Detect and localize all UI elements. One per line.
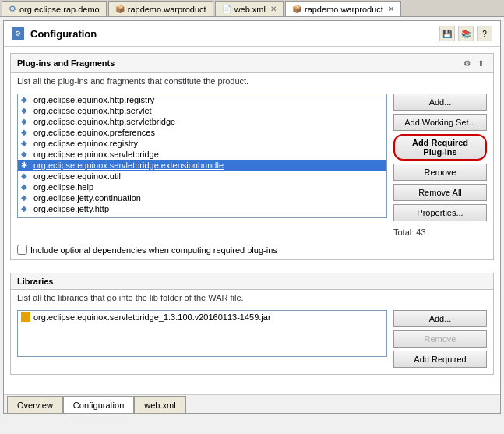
tab-warproduct-1-icon: 📦	[115, 5, 125, 13]
tab-warproduct-1-label: rapdemo.warproduct	[128, 5, 206, 14]
plugin-name: org.eclipse.equinox.util	[33, 171, 121, 181]
libraries-section-title: Libraries	[11, 273, 493, 290]
plugin-icon: ◆	[21, 150, 30, 159]
add-working-set-button[interactable]: Add Working Set...	[393, 114, 487, 131]
plugin-name: org.eclipse.equinox.preferences	[33, 128, 155, 137]
jar-icon	[21, 312, 30, 322]
add-required-library-button[interactable]: Add Required	[393, 351, 487, 368]
plugin-error-icon: ✱	[21, 161, 30, 170]
plugin-name: org.eclipse.equinox.http.servletbridge	[33, 117, 175, 126]
tab-webxml-close[interactable]: ✕	[270, 5, 277, 13]
plugin-icon: ◆	[21, 117, 30, 126]
plugin-name: org.eclipse.equinox.servletbridge	[33, 150, 159, 159]
configuration-icon: ⚙	[12, 27, 24, 40]
remove-plugin-button[interactable]: Remove	[393, 164, 487, 181]
list-item[interactable]: ◆ org.eclipse.equinox.http.servletbridge	[18, 116, 386, 127]
tab-eclipse-demo[interactable]: ⚙ org.eclipse.rap.demo	[2, 1, 107, 16]
tab-webxml-icon: 📄	[222, 5, 231, 13]
plugin-icon: ◆	[21, 95, 30, 104]
page-header: ⚙ Configuration 💾 📚 ?	[4, 21, 500, 47]
plugin-name: org.eclipse.jetty.continuation	[33, 193, 141, 203]
tab-warproduct-2[interactable]: 📦 rapdemo.warproduct ✕	[285, 1, 401, 16]
plugins-icon-2[interactable]: ⬆	[474, 57, 487, 69]
libraries-buttons-col: Add... Remove Add Required	[393, 310, 487, 368]
library-name: org.eclipse.equinox.servletbridge_1.3.10…	[33, 312, 271, 322]
add-required-plugins-button[interactable]: Add Required Plug-ins	[393, 134, 487, 161]
libraries-list-container[interactable]: org.eclipse.equinox.servletbridge_1.3.10…	[17, 310, 387, 357]
optional-deps-label: Include optional dependencies when compu…	[30, 245, 277, 255]
bottom-tab-configuration[interactable]: Configuration	[63, 396, 134, 413]
list-item[interactable]: org.eclipse.equinox.servletbridge_1.3.10…	[18, 311, 386, 323]
plugin-icon: ◆	[21, 204, 30, 213]
tab-webxml[interactable]: 📄 web.xml ✕	[215, 1, 284, 16]
plugin-icon: ◆	[21, 106, 30, 115]
optional-deps-checkbox[interactable]	[17, 245, 27, 255]
tab-eclipse-demo-icon: ⚙	[9, 4, 16, 14]
libraries-list: org.eclipse.equinox.servletbridge_1.3.10…	[18, 311, 386, 323]
plugin-name: org.eclipse.equinox.http.servlet	[33, 106, 152, 115]
plugin-name: org.eclipse.jetty.http	[33, 204, 109, 213]
list-item[interactable]: ◆ org.eclipse.jetty.continuation	[18, 192, 386, 203]
plugin-name: org.eclipse.help	[33, 182, 93, 192]
plugin-name: org.eclipse.equinox.servletbridge.extens…	[33, 161, 224, 170]
plugins-section-icons: ⚙ ⬆	[460, 57, 487, 69]
spacer	[4, 381, 500, 394]
list-item[interactable]: ◆ org.eclipse.equinox.registry	[18, 138, 386, 149]
add-plugin-button[interactable]: Add...	[393, 94, 487, 111]
save-all-button[interactable]: 📚	[458, 26, 474, 41]
tab-bar: ⚙ org.eclipse.rap.demo 📦 rapdemo.warprod…	[0, 0, 504, 17]
plugins-list-container[interactable]: ◆ org.eclipse.equinox.http.registry ◆ or…	[17, 94, 387, 218]
plugins-section-title: Plug-ins and Fragments ⚙ ⬆	[11, 54, 493, 73]
list-item[interactable]: ◆ org.eclipse.equinox.http.registry	[18, 94, 386, 105]
plugins-list: ◆ org.eclipse.equinox.http.registry ◆ or…	[18, 94, 386, 214]
save-button[interactable]: 💾	[439, 26, 455, 41]
list-item[interactable]: ◆ org.eclipse.jetty.http	[18, 203, 386, 214]
remove-library-button[interactable]: Remove	[393, 330, 487, 348]
bottom-tab-overview[interactable]: Overview	[7, 396, 63, 413]
list-item[interactable]: ◆ org.eclipse.equinox.preferences	[18, 127, 386, 138]
tab-warproduct-2-icon: 📦	[292, 5, 301, 13]
bottom-tab-webxml[interactable]: web.xml	[134, 396, 185, 413]
list-item[interactable]: ◆ org.eclipse.help	[18, 182, 386, 192]
optional-deps-row: Include optional dependencies when compu…	[11, 243, 493, 259]
plugins-buttons-col: Add... Add Working Set... Add Required P…	[393, 94, 487, 237]
libraries-section: Libraries List all the libraries that go…	[10, 273, 494, 375]
tab-warproduct-1[interactable]: 📦 rapdemo.warproduct	[108, 1, 213, 16]
plugins-section-desc: List all the plug-ins and fragments that…	[11, 73, 493, 90]
plugin-name: org.eclipse.equinox.registry	[33, 139, 138, 148]
help-button[interactable]: ?	[477, 26, 492, 41]
bottom-tab-overview-label: Overview	[17, 400, 53, 410]
header-icons: 💾 📚 ?	[439, 26, 492, 41]
add-library-button[interactable]: Add...	[393, 310, 487, 327]
list-item-selected[interactable]: ✱ org.eclipse.equinox.servletbridge.exte…	[18, 160, 386, 171]
tab-warproduct-2-close[interactable]: ✕	[388, 5, 394, 13]
libraries-body: org.eclipse.equinox.servletbridge_1.3.10…	[11, 307, 493, 374]
plugins-body: ◆ org.eclipse.equinox.http.registry ◆ or…	[11, 90, 493, 243]
plugins-section-title-text: Plug-ins and Fragments	[17, 58, 115, 68]
list-item[interactable]: ◆ org.eclipse.equinox.servletbridge	[18, 149, 386, 160]
libraries-section-title-text: Libraries	[17, 277, 53, 286]
plugin-name: org.eclipse.equinox.http.registry	[33, 95, 154, 104]
page-title: Configuration	[30, 28, 439, 40]
plugins-section: Plug-ins and Fragments ⚙ ⬆ List all the …	[10, 53, 494, 260]
libraries-section-desc: List all the libraries that go into the …	[11, 290, 493, 307]
bottom-tab-bar: Overview Configuration web.xml	[4, 394, 500, 413]
plugin-icon: ◆	[21, 182, 30, 192]
bottom-tab-configuration-label: Configuration	[73, 400, 124, 410]
plugin-icon: ◆	[21, 139, 30, 148]
plugin-icon: ◆	[21, 193, 30, 203]
tab-warproduct-2-label: rapdemo.warproduct	[305, 5, 383, 14]
plugin-icon: ◆	[21, 171, 30, 181]
properties-button[interactable]: Properties...	[393, 204, 487, 221]
tab-webxml-label: web.xml	[234, 5, 266, 14]
bottom-tab-webxml-label: web.xml	[144, 400, 175, 410]
plugin-icon: ◆	[21, 128, 30, 137]
list-item[interactable]: ◆ org.eclipse.equinox.util	[18, 171, 386, 182]
main-content: ⚙ Configuration 💾 📚 ? Plug-ins and Fragm…	[3, 20, 501, 414]
tab-eclipse-demo-label: org.eclipse.rap.demo	[19, 5, 100, 14]
plugins-icon-1[interactable]: ⚙	[460, 57, 473, 69]
plugins-total: Total: 43	[393, 228, 487, 237]
remove-all-plugins-button[interactable]: Remove All	[393, 184, 487, 201]
list-item[interactable]: ◆ org.eclipse.equinox.http.servlet	[18, 105, 386, 116]
